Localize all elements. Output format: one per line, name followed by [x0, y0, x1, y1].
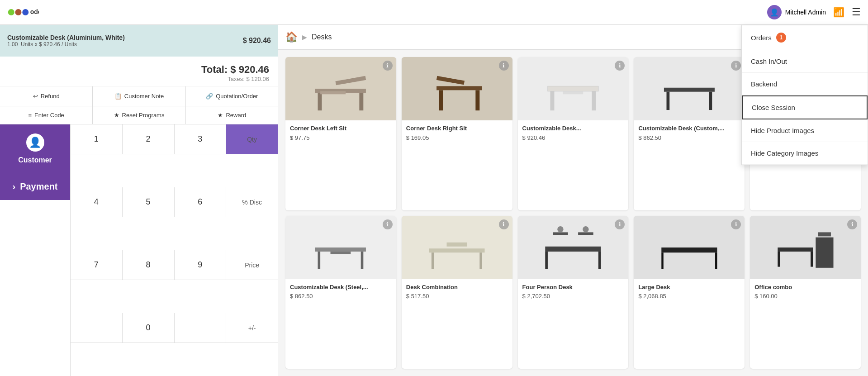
- info-icon[interactable]: ℹ: [499, 61, 509, 71]
- num-6[interactable]: 6: [175, 187, 227, 217]
- product-image: ℹ: [634, 57, 745, 120]
- numpad-area: 👤 Customer › Payment 1 2 3 Qty 4 5 6 % D…: [0, 124, 278, 376]
- customer-button[interactable]: 👤 Customer: [0, 124, 70, 173]
- num-0[interactable]: 0: [123, 313, 175, 343]
- backend-label: Backend: [751, 80, 777, 88]
- top-bar-left: odoo: [7, 5, 39, 19]
- orders-badge: 1: [776, 33, 786, 43]
- disc-button[interactable]: % Disc: [226, 187, 278, 217]
- info-icon[interactable]: ℹ: [731, 219, 741, 229]
- num-empty1[interactable]: [71, 313, 123, 343]
- num-2[interactable]: 2: [123, 124, 175, 154]
- hide-product-images-label: Hide Product Images: [751, 127, 814, 134]
- product-name: Customizable Desk...: [522, 125, 624, 133]
- svg-rect-6: [360, 93, 364, 110]
- num-1[interactable]: 1: [71, 124, 123, 154]
- info-icon[interactable]: ℹ: [383, 61, 393, 71]
- product-card[interactable]: ℹ Corner Desk Right Sit $ 169.05: [402, 57, 512, 210]
- num-empty2[interactable]: [175, 313, 227, 343]
- customer-note-button[interactable]: 📋 Customer Note: [93, 86, 185, 106]
- product-details: Office combo $ 160.00: [750, 279, 861, 305]
- odoo-logo: odoo: [7, 5, 39, 19]
- customer-icon: 👤: [26, 133, 44, 152]
- order-item-sub: 1.00 Units x $ 920.46 / Units: [7, 41, 125, 48]
- quotation-icon: 🔗: [206, 93, 213, 100]
- reset-programs-button[interactable]: ★ Reset Programs: [93, 106, 185, 124]
- star-icon-reward: ★: [218, 112, 223, 119]
- breadcrumb-current: Desks: [312, 33, 332, 41]
- info-icon[interactable]: ℹ: [847, 219, 857, 229]
- product-image: ℹ: [518, 57, 629, 120]
- svg-point-37: [583, 226, 588, 232]
- product-name: Office combo: [754, 284, 856, 291]
- product-price: $ 160.00: [754, 293, 856, 300]
- barcode-icon: ≡: [28, 112, 32, 119]
- product-card[interactable]: ℹ Office combo $ 160.00: [750, 216, 861, 369]
- dropdown-menu: Orders 1 Cash In/Out Backend Close Sessi…: [741, 25, 868, 165]
- quotation-button[interactable]: 🔗 Quotation/Order: [186, 86, 278, 106]
- svg-rect-33: [598, 251, 601, 268]
- info-icon[interactable]: ℹ: [615, 219, 625, 229]
- product-card[interactable]: ℹ Customizable Desk... $ 920.46: [518, 57, 629, 210]
- svg-rect-29: [480, 252, 483, 269]
- dropdown-cash-in-out[interactable]: Cash In/Out: [742, 50, 868, 73]
- dropdown-close-session[interactable]: Close Session: [742, 95, 868, 119]
- qty-button[interactable]: Qty: [226, 124, 278, 154]
- product-card[interactable]: ℹ Customizable Desk (Steel,... $ 862.50: [285, 216, 396, 369]
- refund-button[interactable]: ↩ Refund: [0, 86, 93, 106]
- home-icon[interactable]: 🏠: [285, 31, 298, 43]
- num-7[interactable]: 7: [71, 250, 123, 280]
- product-card[interactable]: ℹ Large Desk $ 2,068.85: [634, 216, 745, 369]
- svg-rect-23: [315, 247, 366, 252]
- svg-rect-19: [709, 92, 712, 110]
- person-icon: 👤: [29, 137, 41, 148]
- dropdown-hide-category-images[interactable]: Hide Category Images: [742, 142, 868, 165]
- user-name: Mitchell Admin: [785, 9, 826, 16]
- product-image: ℹ: [402, 57, 512, 120]
- num-3[interactable]: 3: [175, 124, 227, 154]
- info-icon[interactable]: ℹ: [615, 61, 625, 71]
- dropdown-hide-product-images[interactable]: Hide Product Images: [742, 119, 868, 142]
- num-4[interactable]: 4: [71, 187, 123, 217]
- num-9[interactable]: 9: [175, 250, 227, 280]
- svg-rect-27: [429, 248, 485, 252]
- refund-label: Refund: [41, 93, 60, 100]
- top-right: 👤 Mitchell Admin 📶 ☰: [767, 5, 861, 19]
- orders-label: Orders: [751, 34, 772, 42]
- svg-rect-45: [818, 232, 831, 236]
- svg-rect-5: [318, 93, 322, 110]
- product-image: ℹ: [518, 216, 629, 279]
- num-5[interactable]: 5: [123, 187, 175, 217]
- num-8[interactable]: 8: [123, 250, 175, 280]
- dropdown-orders[interactable]: Orders 1: [742, 25, 868, 50]
- svg-rect-43: [811, 251, 813, 267]
- info-icon[interactable]: ℹ: [731, 61, 741, 71]
- plusminus-button[interactable]: +/-: [226, 313, 278, 343]
- price-button[interactable]: Price: [226, 250, 278, 280]
- product-price: $ 2,702.50: [522, 293, 624, 300]
- product-details: Corner Desk Right Sit $ 169.05: [402, 120, 512, 147]
- enter-code-button[interactable]: ≡ Enter Code: [0, 106, 93, 124]
- action-buttons-row1: ↩ Refund 📋 Customer Note 🔗 Quotation/Ord…: [0, 86, 278, 106]
- order-item-name: Customizable Desk (Aluminium, White): [7, 34, 125, 41]
- info-icon[interactable]: ℹ: [383, 219, 393, 229]
- product-card[interactable]: ℹ Desk Combination $ 517.50: [402, 216, 512, 369]
- product-details: Customizable Desk (Custom,... $ 862.50: [634, 120, 745, 147]
- close-session-label: Close Session: [752, 104, 795, 111]
- svg-rect-28: [432, 252, 434, 269]
- info-icon[interactable]: ℹ: [499, 219, 509, 229]
- svg-text:odoo: odoo: [30, 8, 39, 15]
- dropdown-backend[interactable]: Backend: [742, 73, 868, 95]
- reward-button[interactable]: ★ Reward: [186, 106, 278, 124]
- svg-rect-44: [816, 237, 833, 267]
- product-card[interactable]: ℹ Customizable Desk (Custom,... $ 862.50: [634, 57, 745, 210]
- product-card[interactable]: ℹ Four Person Desk $ 2,702.50: [518, 216, 629, 369]
- order-item-banner: Customizable Desk (Aluminium, White) 1.0…: [0, 25, 278, 57]
- product-card[interactable]: ℹ Corner Desk Left Sit $ 97.75: [285, 57, 396, 210]
- numpad-grid: 1 2 3 Qty 4 5 6 % Disc 7 8 9 Price 0 +/-: [70, 124, 278, 376]
- svg-rect-34: [553, 232, 568, 235]
- product-price: $ 2,068.85: [638, 293, 740, 300]
- svg-rect-38: [661, 247, 717, 252]
- payment-button[interactable]: › Payment: [0, 173, 70, 200]
- menu-icon[interactable]: ☰: [852, 6, 861, 18]
